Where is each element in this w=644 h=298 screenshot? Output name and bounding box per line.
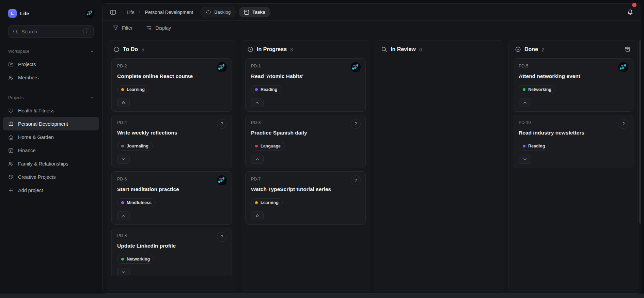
card-tag[interactable]: Networking: [519, 85, 555, 94]
card-tag[interactable]: Mindfulness: [117, 198, 156, 207]
tag-color-dot: [523, 88, 525, 91]
column-count: 2: [541, 47, 544, 52]
breadcrumb: Life Personal Development: [127, 10, 193, 15]
card-pd-10[interactable]: PD-10 Read industry newsletters Reading …: [513, 115, 633, 168]
sidebar-toggle-button[interactable]: [109, 8, 117, 17]
card-tag[interactable]: Reading: [251, 85, 281, 94]
sliders-icon: [146, 25, 152, 31]
sidebar-item-personal-development[interactable]: Personal Development: [3, 117, 99, 130]
filter-button[interactable]: Filter: [113, 25, 132, 31]
assignee-avatar[interactable]: [217, 175, 227, 185]
assignee-avatar[interactable]: [618, 62, 628, 72]
card-pd-2[interactable]: PD-2 Complete online React course Learni…: [111, 58, 232, 112]
card-pd-6[interactable]: PD-6 Start meditation practice Mindfulne…: [111, 171, 232, 225]
search-placeholder: Search: [21, 29, 80, 34]
breadcrumb-root[interactable]: Life: [127, 10, 135, 15]
divider: [122, 10, 122, 15]
assignee-placeholder[interactable]: ?: [217, 232, 227, 242]
card-pd-7[interactable]: PD-7 Watch TypeScript tutorial series Le…: [245, 171, 366, 225]
tag-color-dot: [255, 201, 258, 204]
card-id: PD-2: [117, 63, 226, 68]
card-pd-5[interactable]: PD-5 Attend networking event Networking: [513, 58, 633, 112]
chevrons-up-icon: [121, 100, 126, 105]
breadcrumb-current[interactable]: Personal Development: [145, 10, 193, 15]
workspace-header: L Life: [0, 0, 102, 23]
card-pd-4[interactable]: PD-4 Write weekly reflections Journaling…: [111, 115, 232, 168]
priority-button[interactable]: [251, 155, 264, 164]
priority-button[interactable]: [117, 155, 130, 164]
sidebar-section-header[interactable]: Projects: [0, 94, 102, 101]
workspace-logo[interactable]: L: [8, 9, 17, 18]
column-to-do: To Do 5 PD-2 Complete online React cours…: [107, 40, 236, 291]
book-icon: [8, 121, 14, 127]
priority-button[interactable]: [251, 211, 264, 220]
circle-icon: [113, 46, 120, 52]
display-button[interactable]: Display: [146, 25, 171, 31]
card-tag[interactable]: Journaling: [117, 142, 153, 151]
sidebar-item-label: Finance: [18, 148, 36, 153]
priority-button[interactable]: [519, 98, 531, 107]
card-id: PD-7: [251, 176, 360, 182]
chevron-down-icon: [90, 49, 94, 54]
question-mark-icon: ?: [351, 119, 361, 129]
sidebar-section-projects: Projects Health & Fitness Personal Devel…: [0, 94, 102, 197]
sidebar-section-header[interactable]: Workspace: [0, 48, 102, 55]
priority-button[interactable]: [117, 98, 130, 107]
priority-button[interactable]: [117, 211, 130, 220]
card-tag[interactable]: Networking: [117, 255, 154, 264]
tab-tasks[interactable]: Tasks: [239, 7, 270, 17]
sidebar-item-projects[interactable]: Projects: [3, 58, 99, 71]
notification-bell-button[interactable]: [626, 7, 635, 17]
card-tag[interactable]: Learning: [117, 85, 149, 94]
sidebar-item-creative-projects[interactable]: Creative Projects: [3, 170, 99, 184]
assignee-avatar[interactable]: [351, 62, 361, 72]
sidebar: L Life Search / Workspace Projects Membe…: [0, 0, 102, 294]
tag-label: Mindfulness: [127, 200, 152, 205]
assignee-placeholder[interactable]: ?: [351, 175, 361, 185]
avatar-art-icon: [85, 9, 94, 18]
assignee-avatar[interactable]: [217, 62, 227, 72]
column-title: Done: [524, 46, 538, 52]
priority-button[interactable]: [519, 155, 531, 164]
tag-label: Journaling: [127, 144, 148, 148]
column-done: Done 2 PD-5 Attend networking event Netw…: [508, 40, 638, 291]
sidebar-item-home-garden[interactable]: Home & Garden: [3, 130, 99, 144]
card-tag[interactable]: Learning: [251, 198, 283, 207]
sidebar-item-family-relationships[interactable]: Family & Relationships: [3, 157, 99, 170]
tab-label: Backlog: [214, 10, 231, 15]
sidebar-item-finance[interactable]: Finance: [3, 144, 99, 157]
search-input[interactable]: Search /: [8, 25, 94, 38]
top-bar: Life Personal Development Backlog Tasks: [103, 4, 641, 21]
priority-button[interactable]: [251, 98, 264, 107]
priority-button[interactable]: [117, 268, 130, 276]
card-pd-1[interactable]: PD-1 Read 'Atomic Habits' Reading: [245, 58, 366, 112]
card-id: PD-10: [519, 119, 628, 125]
panel-left-icon: [110, 9, 116, 15]
sidebar-item-label: Projects: [18, 62, 36, 67]
archive-button[interactable]: [624, 46, 631, 53]
assignee-placeholder[interactable]: ?: [351, 119, 361, 129]
heart-icon: [8, 108, 14, 113]
user-avatar[interactable]: [85, 9, 94, 18]
folder-icon: [8, 62, 14, 67]
sidebar-item-health-fitness[interactable]: Health & Fitness: [3, 104, 99, 117]
question-mark-icon: ?: [217, 119, 227, 129]
assignee-placeholder[interactable]: ?: [217, 119, 227, 129]
tag-label: Language: [261, 144, 281, 148]
card-title: Read industry newsletters: [519, 130, 628, 136]
sidebar-item-label: Add project: [18, 188, 43, 193]
card-title: Write weekly reflections: [117, 130, 226, 136]
sidebar-item-members[interactable]: Members: [3, 71, 99, 84]
card-tag[interactable]: Language: [251, 142, 285, 151]
tab-backlog[interactable]: Backlog: [201, 7, 236, 17]
dashed-circle-icon: [206, 10, 211, 15]
horizontal-scrollbar[interactable]: [0, 294, 644, 298]
card-pd-8[interactable]: PD-8 Update LinkedIn profile Networking …: [111, 228, 232, 276]
column-in-progress: In Progress 3 PD-1 Read 'Atomic Habits' …: [241, 40, 370, 291]
card-pd-3[interactable]: PD-3 Practice Spanish daily Language ?: [245, 115, 366, 168]
workspace-name[interactable]: Life: [20, 11, 82, 16]
vertical-scrollbar[interactable]: [639, 40, 641, 224]
card-tag[interactable]: Reading: [519, 142, 549, 151]
sidebar-item-add-project[interactable]: Add project: [3, 184, 99, 197]
assignee-placeholder[interactable]: ?: [618, 119, 628, 129]
